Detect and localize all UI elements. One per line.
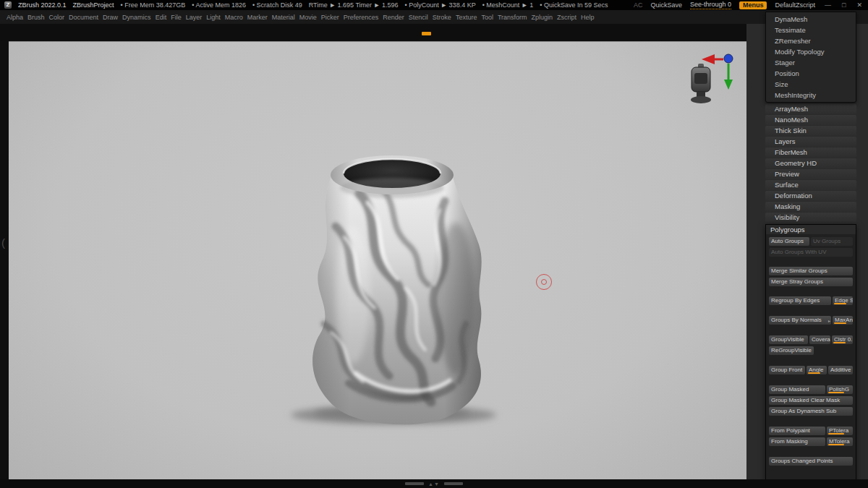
menu-item-file[interactable]: File — [169, 14, 184, 21]
menu-item-alpha[interactable]: Alpha — [4, 14, 25, 21]
polygroups-button-auto-groups[interactable]: Auto Groups — [769, 237, 809, 246]
palette-section-layers[interactable]: Layers — [765, 137, 856, 147]
palette-section-thick-skin[interactable]: Thick Skin — [765, 126, 856, 136]
menus-toggle-button[interactable]: Menus — [739, 1, 767, 9]
button-label: Merge Similar Groups — [771, 267, 827, 274]
menu-item-macro[interactable]: Macro — [223, 14, 245, 21]
geometry-item-size[interactable]: Size — [766, 79, 856, 90]
palette-section-masking[interactable]: Masking — [765, 202, 856, 212]
divider-handle[interactable] — [422, 32, 431, 35]
menu-item-zplugin[interactable]: Zplugin — [529, 14, 556, 21]
palette-section-surface[interactable]: Surface — [765, 180, 856, 190]
palette-section-visibility[interactable]: Visibility — [765, 213, 856, 223]
polygroups-button-group-front[interactable]: Group Front — [769, 366, 805, 374]
slider-indicator[interactable] — [834, 303, 846, 304]
menu-item-color[interactable]: Color — [47, 14, 67, 21]
polygroups-row: Group MaskedPolishG — [769, 385, 853, 394]
menu-item-brush[interactable]: Brush — [25, 14, 47, 21]
palette-section-geometry-hd[interactable]: Geometry HD — [765, 158, 856, 168]
geometry-item-tessimate[interactable]: Tessimate — [766, 25, 856, 35]
slider-indicator[interactable] — [834, 322, 846, 324]
polygroups-button-regroupvisible[interactable]: ReGroupVisible — [769, 346, 814, 355]
menu-item-texture[interactable]: Texture — [454, 14, 480, 21]
polygroups-button-from-masking[interactable]: From Masking — [769, 437, 825, 446]
bottom-bar: ▲▼ — [0, 479, 868, 488]
polygroups-button-groups-changed-points[interactable]: Groups Changed Points — [769, 457, 853, 466]
polygroups-button-group-masked-clear-mask[interactable]: Group Masked Clear Mask — [769, 396, 853, 405]
menu-item-preferences[interactable]: Preferences — [341, 14, 381, 21]
geometry-item-zremesher[interactable]: ZRemesher — [766, 35, 856, 46]
polygroups-button-regroup-by-edges[interactable]: Regroup By Edges — [769, 296, 831, 305]
geometry-item-stager[interactable]: Stager — [766, 57, 856, 68]
polygroups-panel-title[interactable]: Polygroups — [766, 225, 856, 234]
menu-item-edit[interactable]: Edit — [153, 14, 169, 21]
polygroups-button-auto-groups-with-uv: Auto Groups With UV — [769, 248, 853, 257]
geometry-item-dynamesh[interactable]: DynaMesh — [766, 14, 856, 25]
button-label: Additive — [830, 367, 851, 373]
polygroups-button-mtolera[interactable]: MTolera — [827, 437, 853, 446]
canvas-scroll-left[interactable]: ( — [1, 237, 5, 248]
polygroups-button-groups-by-normals[interactable]: Groups By Normals▸ — [769, 316, 831, 325]
menu-item-layer[interactable]: Layer — [184, 14, 205, 21]
menu-item-marker[interactable]: Marker — [245, 14, 270, 21]
project-name[interactable]: ZBrushProject — [73, 1, 114, 9]
menu-item-transform[interactable]: Transform — [495, 14, 529, 21]
polygroups-button-from-polypaint[interactable]: From Polypaint — [769, 427, 825, 435]
menu-item-stencil[interactable]: Stencil — [407, 14, 430, 21]
geometry-item-position[interactable]: Position — [766, 68, 856, 79]
menu-item-document[interactable]: Document — [67, 14, 101, 21]
polygroups-button-covera[interactable]: Covera — [809, 335, 830, 344]
minimize-icon[interactable]: — — [823, 1, 833, 9]
close-icon[interactable]: ✕ — [855, 1, 864, 9]
polygroups-button-additive[interactable]: Additive — [828, 366, 853, 374]
polygroups-button-angle[interactable]: Angle — [807, 366, 827, 374]
menu-item-render[interactable]: Render — [380, 14, 407, 21]
see-through-slider[interactable]: See-through 0 — [690, 1, 731, 9]
menu-item-help[interactable]: Help — [579, 14, 597, 21]
slider-indicator[interactable] — [808, 372, 820, 374]
polygroups-button-ptolera[interactable]: PTolera — [827, 427, 853, 435]
vase-model[interactable] — [269, 143, 515, 432]
button-label: From Masking — [771, 438, 808, 445]
palette-section-deformation[interactable]: Deformation — [765, 191, 856, 201]
polygroups-button-merge-similar-groups[interactable]: Merge Similar Groups — [769, 267, 853, 275]
palette-section-preview[interactable]: Preview — [765, 169, 856, 179]
quicksave-button[interactable]: QuickSave — [650, 1, 682, 9]
polygroups-button-merge-stray-groups[interactable]: Merge Stray Groups — [769, 278, 853, 286]
menu-item-tool[interactable]: Tool — [479, 14, 495, 21]
polygroups-button-clstr-0[interactable]: Clstr 0. — [832, 335, 853, 344]
canvas-zoom-arrows-icon[interactable]: ▲▼ — [428, 481, 440, 487]
polygroups-button-group-as-dynamesh-sub[interactable]: Group As Dynamesh Sub — [769, 407, 853, 416]
menu-item-material[interactable]: Material — [270, 14, 297, 21]
menu-item-draw[interactable]: Draw — [101, 14, 120, 21]
menu-item-picker[interactable]: Picker — [319, 14, 341, 21]
polygroups-button-maxang[interactable]: MaxAng — [833, 316, 853, 325]
menu-item-movie[interactable]: Movie — [297, 14, 319, 21]
app-title: ZBrush 2022.0.1 — [18, 1, 67, 9]
polygroups-button-polishg[interactable]: PolishG — [827, 385, 853, 394]
palette-section-nanomesh[interactable]: NanoMesh — [765, 115, 856, 125]
slider-indicator[interactable] — [828, 433, 844, 435]
palette-section-fibermesh[interactable]: FiberMesh — [765, 147, 856, 158]
slider-indicator[interactable] — [828, 392, 844, 393]
polygroups-button-group-masked[interactable]: Group Masked — [769, 385, 825, 394]
status-stats: • Free Mem 38.427GB• Active Mem 1826• Sc… — [121, 1, 608, 9]
slider-indicator[interactable] — [828, 444, 844, 445]
polygroups-button-groupvisible[interactable]: GroupVisible — [769, 335, 808, 344]
maximize-icon[interactable]: □ — [841, 1, 847, 9]
geometry-item-modify-topology[interactable]: Modify Topology — [766, 46, 856, 57]
slider-indicator[interactable] — [833, 342, 846, 343]
polygroups-button-edge-se[interactable]: Edge Se — [833, 296, 853, 305]
menu-item-light[interactable]: Light — [204, 14, 223, 21]
palette-section-arraymesh[interactable]: ArrayMesh — [765, 104, 856, 114]
polygroups-row: Auto GroupsUv Groups — [769, 237, 853, 246]
bottom-scrollbar-left[interactable] — [405, 482, 424, 485]
menu-item-dynamics[interactable]: Dynamics — [120, 14, 153, 21]
document-canvas[interactable] — [9, 41, 746, 479]
menu-item-stroke[interactable]: Stroke — [430, 14, 454, 21]
default-zscript-button[interactable]: DefaultZscript — [775, 1, 815, 9]
bottom-scrollbar-right[interactable] — [444, 482, 463, 485]
geometry-item-meshintegrity[interactable]: MeshIntegrity — [766, 90, 856, 100]
axis-gizmo-icon[interactable] — [697, 49, 744, 91]
menu-item-zscript[interactable]: Zscript — [555, 14, 579, 21]
